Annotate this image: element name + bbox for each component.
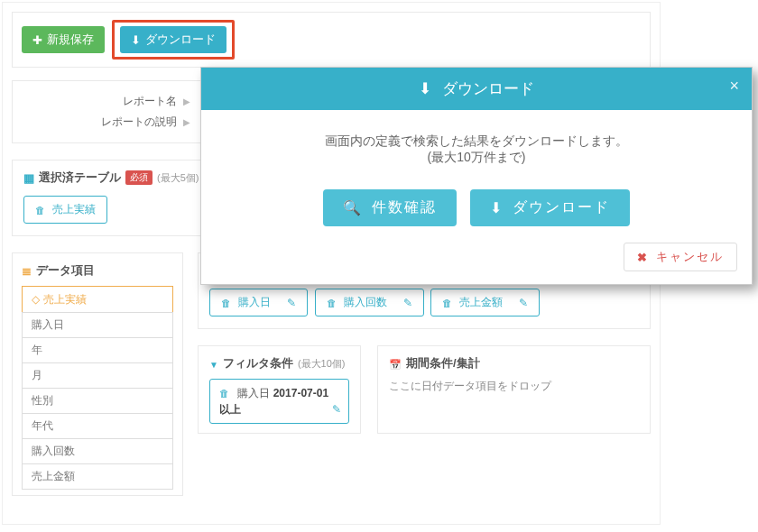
display-item-chip[interactable]: 購入日	[209, 289, 308, 316]
modal-body: 画面内の定義で検索した結果をダウンロードします。 (最大10万件まで)	[201, 110, 752, 180]
trash-icon[interactable]	[221, 297, 231, 309]
trash-icon[interactable]	[35, 204, 45, 216]
download-icon	[490, 199, 504, 216]
grid-icon	[23, 171, 34, 185]
period-title: 期間条件/集計	[389, 355, 639, 371]
modal-header: ダウンロード ×	[201, 68, 752, 110]
display-item-chip[interactable]: 売上金額	[430, 289, 540, 316]
download-icon	[131, 33, 141, 47]
list-item[interactable]: 年	[22, 337, 173, 363]
trash-icon[interactable]	[442, 297, 452, 309]
new-save-label: 新規保存	[47, 32, 94, 48]
selected-tables-hint: (最大5個)	[157, 171, 199, 185]
new-save-button[interactable]: 新規保存	[22, 26, 105, 53]
data-items-panel: データ項目 ◇売上実績 購入日 年 月 性別 年代 購入回数 売上金額	[12, 252, 183, 496]
close-icon: ✖	[637, 251, 649, 264]
download-highlight: ダウンロード	[112, 20, 235, 60]
download-icon	[419, 80, 431, 97]
download-modal: ダウンロード × 画面内の定義で検索した結果をダウンロードします。 (最大10万…	[200, 67, 753, 285]
modal-footer: ✖ キャンセル	[201, 243, 752, 284]
filter-chip[interactable]: 購入日 2017-07-01 以上	[209, 379, 349, 424]
pencil-icon[interactable]	[332, 401, 341, 417]
download-button[interactable]: ダウンロード	[120, 26, 226, 53]
pencil-icon[interactable]	[403, 297, 412, 309]
filter-icon	[209, 357, 218, 371]
selected-table-chip[interactable]: 売上実績	[23, 196, 107, 224]
filter-title: フィルタ条件 (最大10個)	[209, 355, 349, 371]
close-icon[interactable]: ×	[729, 77, 739, 96]
modal-body-line1: 画面内の定義で検索した結果をダウンロードします。	[219, 133, 734, 150]
required-badge: 必須	[125, 170, 153, 185]
period-drop-hint: ここに日付データ項目をドロップ	[389, 379, 639, 394]
report-name-label: レポート名 ▶	[22, 94, 198, 109]
download-label: ダウンロード	[145, 32, 216, 48]
top-toolbar: 新規保存 ダウンロード	[12, 12, 651, 68]
period-panel: 期間条件/集計 ここに日付データ項目をドロップ	[377, 345, 651, 434]
list-icon	[22, 264, 32, 278]
field-list: 購入日 年 月 性別 年代 購入回数 売上金額	[22, 312, 173, 490]
modal-buttons: 件数確認 ダウンロード	[201, 180, 752, 243]
trash-icon[interactable]	[219, 387, 229, 399]
data-items-tab[interactable]: ◇売上実績	[22, 286, 173, 313]
report-desc-label: レポートの説明 ▶	[22, 115, 198, 130]
lower-row: フィルタ条件 (最大10個) 購入日 2017-07-01 以上 期間条件/集計	[198, 345, 651, 434]
modal-download-button[interactable]: ダウンロード	[470, 189, 630, 226]
filter-hint: (最大10個)	[298, 357, 346, 371]
list-item[interactable]: 月	[22, 362, 173, 389]
trash-icon[interactable]	[327, 297, 337, 309]
calendar-icon	[389, 357, 402, 371]
search-icon	[343, 199, 363, 216]
list-item[interactable]: 購入日	[22, 312, 173, 338]
chevron-right-icon: ▶	[183, 96, 190, 106]
left-column: データ項目 ◇売上実績 購入日 年 月 性別 年代 購入回数 売上金額	[12, 252, 183, 512]
cancel-button[interactable]: ✖ キャンセル	[624, 243, 737, 271]
data-items-title: データ項目	[22, 262, 173, 279]
plus-icon	[32, 33, 42, 47]
pencil-icon[interactable]	[519, 297, 528, 309]
chevron-right-icon: ▶	[183, 117, 190, 127]
list-item[interactable]: 購入回数	[22, 438, 173, 464]
modal-body-line2: (最大10万件まで)	[219, 150, 734, 166]
modal-title: ダウンロード	[442, 80, 534, 97]
list-item[interactable]: 年代	[22, 413, 173, 439]
pencil-icon[interactable]	[287, 297, 296, 309]
right-column: レポート表示項目 必須 (最大10個) 購入日 購入回数 売上金額	[198, 252, 651, 512]
count-check-button[interactable]: 件数確認	[323, 189, 457, 226]
list-item[interactable]: 売上金額	[22, 463, 173, 490]
filter-panel: フィルタ条件 (最大10個) 購入日 2017-07-01 以上	[198, 345, 361, 434]
list-item[interactable]: 性別	[22, 388, 173, 414]
columns-area: データ項目 ◇売上実績 購入日 年 月 性別 年代 購入回数 売上金額	[12, 252, 651, 512]
display-item-chip[interactable]: 購入回数	[315, 289, 424, 316]
